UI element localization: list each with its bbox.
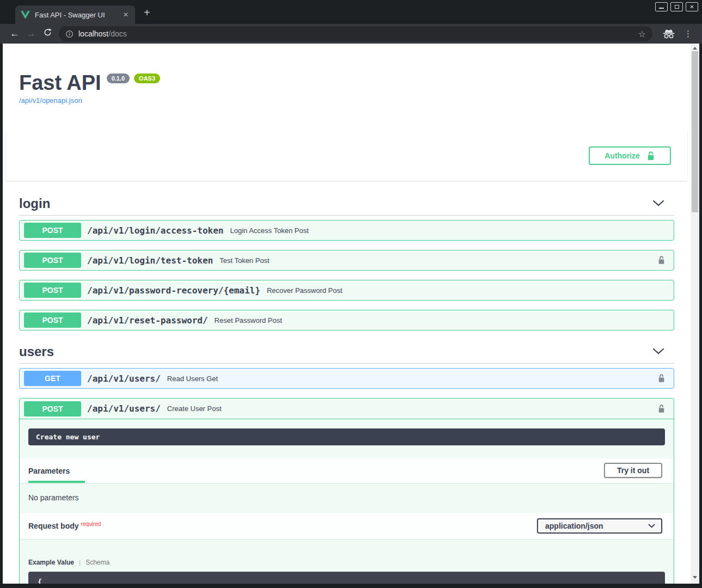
operation-row[interactable]: POST /api/v1/login/access-token Login Ac…	[19, 220, 674, 241]
url-bar[interactable]: localhost/docs ☆	[59, 26, 652, 41]
operation-row[interactable]: POST /api/v1/login/test-token Test Token…	[19, 250, 674, 271]
operation-summary: Recover Password Post	[267, 286, 343, 295]
content-type-value: application/json	[545, 522, 603, 530]
method-badge: POST	[24, 253, 81, 268]
openapi-spec-link[interactable]: /api/v1/openapi.json	[19, 96, 82, 105]
title-badges: 0.1.0 OAS3	[107, 74, 160, 83]
page-viewport: Fast API 0.1.0 OAS3 /api/v1/openapi.json…	[3, 44, 699, 584]
scroll-up-arrow-icon[interactable]	[693, 47, 697, 50]
swagger-ui: Fast API 0.1.0 OAS3 /api/v1/openapi.json…	[3, 44, 691, 584]
minimize-icon	[659, 8, 664, 9]
method-badge: POST	[24, 223, 81, 238]
window-controls: ✕	[655, 2, 698, 11]
maximize-button[interactable]	[670, 2, 683, 11]
section-users-header[interactable]: users	[19, 340, 674, 364]
page-title: Fast API	[19, 72, 101, 94]
unlock-icon	[646, 151, 655, 161]
auth-lock-icon[interactable]	[657, 255, 666, 265]
content-type-select[interactable]: application/json	[537, 518, 662, 534]
chevron-down-icon[interactable]	[652, 347, 664, 357]
parameters-tab[interactable]: Parameters	[28, 467, 85, 483]
tab-example-value[interactable]: Example Value	[28, 559, 74, 566]
close-window-button[interactable]: ✕	[686, 2, 698, 11]
forward-button[interactable]: →	[23, 28, 39, 39]
method-badge: POST	[24, 401, 81, 416]
operation-summary: Create User Post	[167, 405, 222, 413]
try-it-out-button[interactable]: Try it out	[604, 463, 662, 478]
auth-lock-icon[interactable]	[657, 404, 666, 414]
page-scrollbar[interactable]	[691, 44, 699, 584]
operation-summary: Read Users Get	[167, 375, 218, 383]
reload-icon	[43, 28, 52, 37]
authorize-button[interactable]: Authorize	[589, 146, 671, 165]
authorize-label: Authorize	[605, 151, 640, 160]
operation-row[interactable]: POST /api/v1/password-recovery/{email} R…	[19, 280, 674, 301]
minimize-button[interactable]	[655, 2, 668, 11]
operation-path: /api/v1/users/	[87, 373, 161, 384]
parameters-header: Parameters Try it out	[20, 458, 674, 483]
operation-path: /api/v1/login/access-token	[87, 225, 223, 236]
operation-description: Create new user	[28, 428, 665, 445]
operation-path: /api/v1/password-recovery/{email}	[87, 285, 260, 296]
operation-summary: Reset Password Post	[215, 316, 282, 324]
browser-titlebar: Fast API - Swagger UI ✕ + ✕	[0, 0, 702, 24]
reload-button[interactable]	[39, 28, 56, 40]
oas-badge: OAS3	[134, 74, 160, 83]
site-favicon-icon	[21, 11, 30, 19]
operation-path: /api/v1/reset-password/	[87, 315, 208, 326]
url-host: localhost	[78, 29, 108, 38]
operation-path: /api/v1/users/	[87, 403, 161, 414]
version-badge: 0.1.0	[107, 74, 130, 83]
chevron-down-icon	[648, 524, 655, 528]
operation-path: /api/v1/login/test-token	[87, 255, 213, 266]
request-body-header: Request bodyrequired application/json	[20, 513, 674, 539]
tab-schema[interactable]: Schema	[86, 559, 109, 566]
url-path: /docs	[108, 29, 126, 38]
toolbar-right: ⋮	[657, 29, 695, 39]
browser-toolbar: ← → localhost/docs ☆ ⋮	[0, 24, 702, 44]
browser-menu-icon[interactable]: ⋮	[684, 29, 692, 39]
auth-lock-icon[interactable]	[657, 373, 666, 383]
operation-row[interactable]: POST /api/v1/reset-password/ Reset Passw…	[19, 310, 674, 330]
maximize-icon	[675, 5, 679, 9]
method-badge: POST	[24, 283, 81, 298]
expanded-operation: POST /api/v1/users/ Create User Post Cre…	[19, 398, 674, 584]
back-button[interactable]: ←	[7, 28, 23, 39]
incognito-icon	[662, 29, 675, 39]
operation-row[interactable]: GET /api/v1/users/ Read Users Get	[19, 368, 674, 389]
section-login-header[interactable]: login	[19, 192, 674, 216]
url-text: localhost/docs	[78, 29, 127, 38]
example-code-block: {	[28, 572, 665, 584]
scheme-container: Authorize	[6, 130, 687, 181]
operation-summary: Login Access Token Post	[230, 226, 308, 235]
section-login-title: login	[19, 196, 50, 211]
scrollbar-thumb[interactable]	[692, 51, 698, 212]
operation-row[interactable]: POST /api/v1/users/ Create User Post	[20, 399, 674, 419]
bookmark-star-icon[interactable]: ☆	[638, 29, 646, 39]
required-label: required	[81, 521, 101, 527]
browser-tab[interactable]: Fast API - Swagger UI ✕	[15, 5, 135, 24]
method-badge: GET	[24, 371, 81, 386]
operation-summary: Test Token Post	[219, 256, 270, 265]
close-tab-icon[interactable]: ✕	[122, 11, 130, 19]
model-tabs: Example Value | Schema	[28, 559, 665, 566]
tab-title: Fast API - Swagger UI	[35, 11, 117, 19]
method-badge: POST	[24, 313, 81, 328]
scroll-down-arrow-icon[interactable]	[693, 576, 697, 579]
chevron-down-icon[interactable]	[652, 199, 664, 209]
tab-divider: |	[79, 559, 81, 566]
request-body-text: Request body	[28, 522, 79, 530]
request-body-label: Request bodyrequired	[28, 522, 101, 530]
no-parameters-text: No parameters	[20, 483, 674, 513]
section-users-title: users	[19, 344, 54, 359]
new-tab-button[interactable]: +	[144, 8, 150, 17]
site-info-icon[interactable]	[65, 30, 74, 38]
